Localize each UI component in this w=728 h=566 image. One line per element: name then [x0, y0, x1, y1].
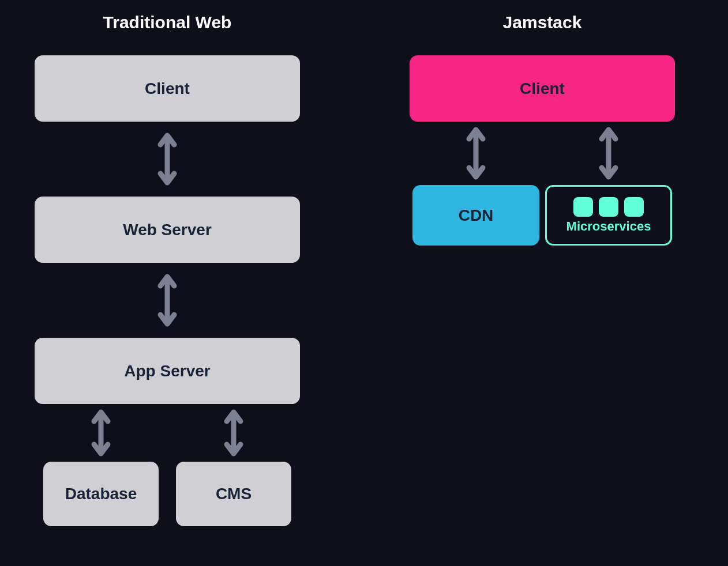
cdn-label: CDN — [459, 206, 494, 225]
microservice-dot-icon — [624, 197, 644, 217]
app-server-label: App Server — [124, 362, 210, 380]
double-arrow-icon — [156, 269, 179, 332]
double-arrow-icon — [156, 127, 179, 191]
microservice-dot-icon — [573, 197, 593, 217]
microservices-dots-icon — [573, 197, 644, 217]
cdn-box: CDN — [412, 185, 539, 246]
traditional-client-box: Client — [35, 55, 300, 122]
jamstack-title: Jamstack — [392, 13, 692, 32]
database-box: Database — [43, 462, 159, 526]
arrow-jamstack-client-row — [410, 122, 675, 185]
arrow-appserver-bottom-row — [35, 404, 300, 462]
double-arrow-icon — [597, 122, 620, 185]
traditional-web-column: Traditional Web Client Web Server App Se… — [17, 0, 317, 526]
web-server-label: Web Server — [123, 221, 212, 239]
microservice-dot-icon — [599, 197, 618, 217]
cms-box: CMS — [176, 462, 291, 526]
jamstack-column: Jamstack Client C — [392, 0, 692, 246]
jamstack-client-label: Client — [520, 80, 565, 98]
cms-label: CMS — [216, 485, 252, 503]
double-arrow-icon — [464, 122, 487, 185]
traditional-client-label: Client — [145, 80, 190, 98]
double-arrow-icon — [222, 404, 245, 462]
jamstack-client-box: Client — [410, 55, 675, 122]
microservices-label: Microservices — [566, 219, 651, 234]
arrow-webserver-appserver — [17, 269, 317, 332]
arrow-client-webserver — [17, 127, 317, 191]
double-arrow-icon — [89, 404, 112, 462]
jamstack-bottom-row: CDN Microservices — [410, 185, 675, 246]
traditional-bottom-row: Database CMS — [35, 462, 300, 526]
traditional-web-title: Traditional Web — [17, 13, 317, 32]
app-server-box: App Server — [35, 338, 300, 404]
web-server-box: Web Server — [35, 197, 300, 263]
microservices-box: Microservices — [545, 185, 672, 246]
database-label: Database — [65, 485, 137, 503]
